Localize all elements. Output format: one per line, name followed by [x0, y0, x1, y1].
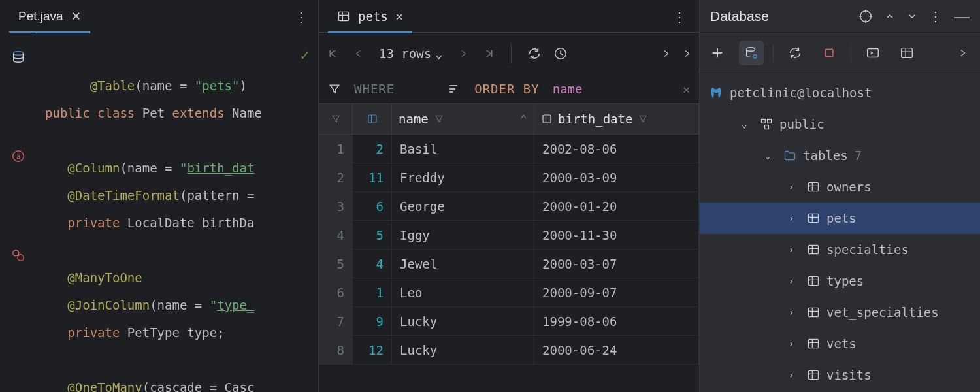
table-icon	[807, 337, 820, 350]
table-row[interactable]: 12Basil2002-08-06	[319, 135, 699, 163]
refresh-icon[interactable]	[527, 46, 542, 61]
more-icon[interactable]: ⋮	[295, 9, 308, 25]
tree-schema[interactable]: ⌄ public	[700, 108, 980, 140]
cell-birthdate[interactable]: 2000-01-20	[534, 192, 699, 220]
column-header-name[interactable]: name ⌃	[392, 104, 534, 134]
tree-table-pets[interactable]: ›pets	[700, 203, 980, 234]
row-count[interactable]: 13 rows ⌄	[379, 46, 443, 61]
stop-icon[interactable]	[817, 41, 841, 65]
add-icon[interactable]	[705, 41, 730, 65]
refresh-icon[interactable]	[783, 41, 808, 65]
prev-page-icon[interactable]	[354, 49, 363, 58]
cell-name[interactable]: Lucky	[392, 336, 534, 364]
target-icon[interactable]	[858, 9, 873, 24]
tree-table-vet_specialties[interactable]: ›vet_specialties	[700, 297, 980, 328]
tree-datasource[interactable]: petclinic@localhost	[700, 77, 980, 108]
cell-id[interactable]: 4	[353, 250, 392, 278]
tree-tables-folder[interactable]: ⌄ tables 7	[700, 140, 980, 171]
filter-icon[interactable]	[328, 82, 341, 95]
row-index: 8	[319, 336, 353, 364]
editor-gutter: a	[0, 33, 36, 392]
datasource-props-icon[interactable]	[739, 41, 764, 65]
code-area[interactable]: ✓@Table(name = "pets") public class Pet …	[36, 33, 318, 392]
cell-birthdate[interactable]: 2000-09-07	[534, 278, 699, 306]
expand-icon[interactable]	[885, 11, 895, 22]
cell-id[interactable]: 12	[353, 336, 392, 364]
sort-icon[interactable]	[447, 82, 461, 95]
cell-birthdate[interactable]: 1999-08-06	[534, 307, 699, 335]
first-page-icon[interactable]	[327, 48, 338, 59]
cell-name[interactable]: Jewel	[392, 250, 534, 278]
close-icon[interactable]: ✕	[396, 9, 403, 23]
column-header-birthdate[interactable]: birth_date	[534, 104, 699, 134]
tree-table-owners[interactable]: ›owners	[700, 171, 980, 203]
cell-birthdate[interactable]: 2000-06-24	[534, 336, 699, 364]
last-page-icon[interactable]	[483, 48, 495, 59]
tableview-tab-pets[interactable]: pets ✕	[328, 0, 412, 33]
order-column[interactable]: name	[553, 82, 583, 96]
cell-name[interactable]: Iggy	[392, 221, 534, 249]
postgres-icon	[709, 86, 723, 100]
row-header-index[interactable]	[319, 104, 353, 134]
tab-label: pets	[358, 9, 388, 24]
cell-birthdate[interactable]: 2000-03-07	[534, 250, 699, 278]
database-gutter-icon[interactable]	[11, 50, 25, 64]
forward-icon[interactable]	[661, 49, 670, 58]
override-gutter-icon[interactable]: a	[11, 149, 25, 163]
cell-id[interactable]: 2	[353, 135, 392, 163]
column-header-id[interactable]	[353, 104, 392, 134]
tree-table-visits[interactable]: ›visits	[700, 359, 980, 391]
database-header: Database ⋮ —	[700, 0, 980, 33]
svg-rect-32	[768, 120, 772, 123]
more-icon[interactable]: ⋮	[929, 8, 942, 24]
cell-name[interactable]: George	[392, 192, 534, 220]
table-row[interactable]: 36George2000-01-20	[319, 192, 699, 221]
tree-table-vets[interactable]: ›vets	[700, 328, 980, 359]
tree-table-specialties[interactable]: ›specialties	[700, 234, 980, 265]
table-row[interactable]: 61Leo2000-09-07	[319, 278, 699, 307]
tree-table-types[interactable]: ›types	[700, 265, 980, 297]
table-icon	[807, 306, 820, 319]
table-row[interactable]: 45Iggy2000-11-30	[319, 221, 699, 250]
tableview-filter: WHERE ORDER BY name ✕	[319, 74, 699, 103]
cell-name[interactable]: Freddy	[392, 163, 534, 191]
cell-id[interactable]: 5	[353, 221, 392, 249]
cell-id[interactable]: 11	[353, 163, 392, 191]
table-icon	[807, 180, 820, 193]
cell-name[interactable]: Leo	[392, 278, 534, 306]
persistence-gutter-icon[interactable]	[11, 248, 25, 263]
history-icon[interactable]	[553, 46, 568, 61]
cell-name[interactable]: Basil	[392, 135, 534, 163]
table-row[interactable]: 812Lucky2000-06-24	[319, 336, 699, 365]
forward-icon[interactable]	[950, 41, 975, 65]
svg-rect-52	[809, 370, 819, 379]
cell-id[interactable]: 1	[353, 278, 392, 306]
cell-birthdate[interactable]: 2000-03-09	[534, 163, 699, 191]
tables-count: 7	[855, 148, 862, 163]
where-label[interactable]: WHERE	[354, 82, 395, 96]
close-icon[interactable]: ✕	[71, 9, 81, 24]
table-row[interactable]: 79Lucky1999-08-06	[319, 307, 699, 336]
svg-text:a: a	[16, 153, 20, 160]
cell-birthdate[interactable]: 2000-11-30	[534, 221, 699, 249]
collapse-icon[interactable]	[907, 11, 917, 22]
console-icon[interactable]	[860, 41, 885, 65]
sort-asc-icon[interactable]: ⌃	[520, 112, 527, 126]
cell-name[interactable]: Lucky	[392, 307, 534, 335]
table-row[interactable]: 211Freddy2000-03-09	[319, 163, 699, 192]
more-icon[interactable]: ⋮	[673, 9, 686, 25]
minimize-icon[interactable]: —	[954, 7, 970, 25]
editor-tab-pet-java[interactable]: Pet.java ✕	[9, 0, 90, 33]
clear-filter-icon[interactable]: ✕	[683, 82, 690, 96]
filter-icon[interactable]	[434, 114, 444, 124]
filter-icon[interactable]	[638, 114, 648, 124]
forward2-icon[interactable]	[682, 49, 691, 58]
table-row[interactable]: 54Jewel2000-03-07	[319, 250, 699, 278]
svg-rect-46	[809, 308, 819, 316]
cell-id[interactable]: 9	[353, 307, 392, 335]
cell-id[interactable]: 6	[353, 192, 392, 220]
table-view-icon[interactable]	[894, 41, 919, 65]
cell-birthdate[interactable]: 2002-08-06	[534, 135, 699, 163]
chevron-right-icon: ›	[789, 213, 800, 223]
next-page-icon[interactable]	[459, 49, 468, 58]
